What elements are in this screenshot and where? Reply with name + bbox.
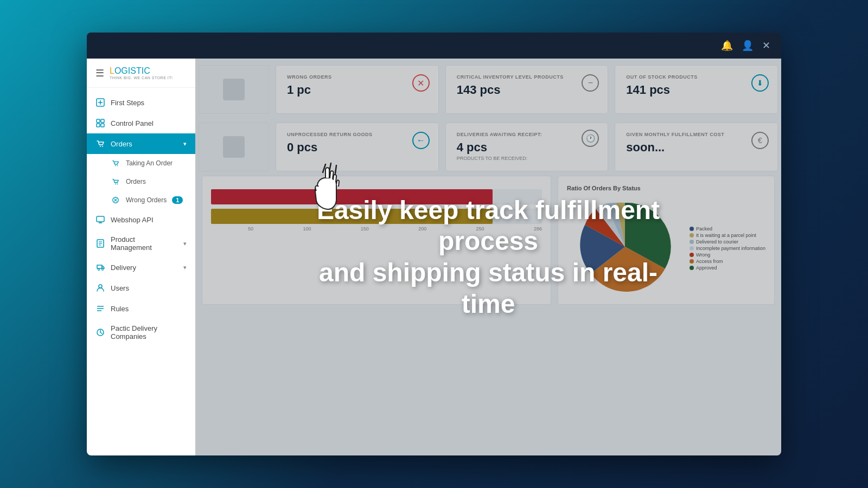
product-management-label: Product Management [111, 235, 178, 252]
webshop-api-icon [95, 215, 105, 224]
sidebar-item-delivery[interactable]: Delivery ▾ [87, 257, 195, 278]
product-management-arrow: ▾ [183, 240, 187, 247]
taking-an-order-label: Taking An Order [126, 159, 173, 167]
delivery-label: Delivery [111, 264, 178, 272]
svg-point-7 [115, 165, 116, 166]
svg-point-9 [115, 184, 116, 185]
control-panel-icon [95, 118, 105, 128]
pie-wrapper: Packed It is waiting at a parcel point D… [567, 198, 765, 296]
stats-row-2: UNPROCESSED RETURN GOODS 0 pcs ← DELIVER… [195, 116, 781, 178]
bar-fill-2 [211, 209, 493, 224]
legend-item-parcel: It is waiting at a parcel point [690, 233, 765, 238]
sidebar-item-webshop-api[interactable]: Webshop API [87, 209, 195, 230]
sidebar: ☰ LOGISTIC THINK BIG. WE CAN STORE IT! F… [87, 59, 195, 455]
rules-icon [95, 304, 105, 313]
bar-fill-1 [211, 189, 493, 204]
users-icon [95, 283, 105, 293]
stat-card-wrong-orders: WRONG ORDERS 1 pc ✕ [276, 65, 439, 114]
sidebar-item-first-steps[interactable]: First Steps [87, 92, 195, 113]
sidebar-header: ☰ LOGISTIC THINK BIG. WE CAN STORE IT! [87, 59, 195, 88]
wrong-orders-badge: 1 [172, 196, 183, 204]
first-steps-icon [95, 98, 105, 107]
pie-chart-container: Ratio Of Orders By Status [558, 176, 775, 305]
bar-row-1 [211, 189, 542, 204]
delivery-icon [95, 262, 105, 272]
legend-item-incomplete: Incomplete payment information [690, 246, 765, 251]
close-icon[interactable]: ✕ [762, 40, 770, 52]
sidebar-item-wrong-orders[interactable]: Wrong Orders 1 [87, 191, 195, 209]
products-to-receive-label: PRODUCTS TO BE RECEIVED: [457, 156, 597, 161]
taking-order-icon [111, 158, 120, 168]
critical-inventory-title: CRITICAL INVENTORY LEVEL PRODUCTS [457, 74, 597, 80]
logo-ogistic: OGISTIC [114, 66, 150, 75]
svg-rect-14 [97, 216, 104, 222]
bar-chart [211, 189, 542, 224]
bell-icon[interactable]: 🔔 [721, 40, 733, 52]
svg-rect-3 [97, 124, 100, 127]
sidebar-item-users[interactable]: Users [87, 278, 195, 298]
orders-arrow: ▾ [183, 140, 187, 147]
deliveries-awaiting-value: 4 pcs [457, 140, 597, 155]
stat-card-critical-inventory: CRITICAL INVENTORY LEVEL PRODUCTS 143 pc… [445, 65, 609, 114]
product-management-icon [95, 239, 105, 248]
axis-label-50: 50 [248, 226, 253, 232]
orders-label: Orders [111, 140, 178, 148]
users-label: Users [111, 284, 187, 292]
svg-point-23 [99, 285, 102, 288]
unprocessed-return-title: UNPROCESSED RETURN GOODS [287, 132, 427, 137]
axis-label-150: 150 [361, 226, 369, 232]
axis-label-250: 250 [476, 226, 484, 232]
svg-point-8 [117, 165, 118, 166]
svg-point-6 [102, 146, 103, 147]
pie-legend: Packed It is waiting at a parcel point D… [690, 226, 765, 272]
delivery-arrow: ▾ [183, 264, 187, 271]
legend-item-wrong: Wrong [690, 252, 765, 258]
stat-card-out-of-stock: OUT OF STOCK PRODUCTS 141 pcs ⬇ [615, 65, 778, 114]
legend-label-parcel: It is waiting at a parcel point [696, 233, 756, 238]
stat-card-placeholder [199, 65, 269, 114]
wrong-orders-value: 1 pc [287, 83, 427, 97]
sidebar-item-control-panel[interactable]: Control Panel [87, 113, 195, 133]
pie-chart-title: Ratio Of Orders By Status [567, 185, 765, 191]
sidebar-item-product-management[interactable]: Product Management ▾ [87, 230, 195, 257]
hamburger-icon[interactable]: ☰ [95, 67, 104, 79]
logo: LOGISTIC [110, 66, 173, 76]
webshop-api-label: Webshop API [111, 216, 187, 224]
axis-label-200: 200 [418, 226, 426, 232]
sidebar-item-taking-an-order[interactable]: Taking An Order [87, 154, 195, 172]
sidebar-item-orders[interactable]: Orders ▾ [87, 133, 195, 154]
user-icon[interactable]: 👤 [742, 40, 754, 52]
app-window: 🔔 👤 ✕ ☰ LOGISTIC THINK BIG. WE CAN STORE… [87, 33, 781, 455]
stat-card-deliveries-awaiting: DELIVERIES AWAITING RECEIPT: 4 pcs PRODU… [445, 123, 609, 171]
legend-item-delivered: Delivered to courier [690, 239, 765, 245]
stat-card-unprocessed-return: UNPROCESSED RETURN GOODS 0 pcs ← [276, 123, 439, 171]
bar-row-2 [211, 209, 542, 224]
stats-row-1: WRONG ORDERS 1 pc ✕ CRITICAL INVENTORY L… [195, 59, 781, 120]
content-area: WRONG ORDERS 1 pc ✕ CRITICAL INVENTORY L… [195, 59, 781, 455]
control-panel-label: Control Panel [111, 119, 187, 127]
bar-chart-container: 50 100 150 200 250 286 [202, 176, 551, 305]
legend-label-incomplete: Incomplete payment information [696, 246, 765, 251]
orders-icon [95, 139, 105, 149]
legend-label-wrong: Wrong [696, 252, 710, 258]
rules-label: Rules [111, 305, 187, 313]
sidebar-item-pactic-delivery[interactable]: Pactic Delivery Companies [87, 319, 195, 346]
unprocessed-return-value: 0 pcs [287, 140, 427, 155]
sidebar-item-rules[interactable]: Rules [87, 298, 195, 319]
svg-rect-1 [97, 119, 100, 123]
wrong-orders-title: WRONG ORDERS [287, 74, 427, 80]
stat-card-placeholder2 [199, 123, 269, 171]
stat-card-monthly-fulfillment: GIVEN MONTHLY FULFILLMENT COST soon... € [615, 123, 778, 171]
out-of-stock-stat-icon: ⬇ [751, 74, 769, 92]
svg-point-21 [98, 269, 100, 271]
wrong-orders-icon [111, 195, 120, 205]
pactic-delivery-label: Pactic Delivery Companies [111, 324, 187, 341]
pie-chart-svg [576, 198, 674, 296]
logo-l: L [110, 66, 114, 75]
deliveries-awaiting-title: DELIVERIES AWAITING RECEIPT: [457, 132, 597, 137]
sidebar-item-orders-sub[interactable]: Orders [87, 172, 195, 191]
critical-inventory-value: 143 pcs [457, 83, 597, 97]
svg-rect-2 [101, 119, 104, 123]
legend-label-approved: Approved [696, 265, 717, 271]
legend-item-packed: Packed [690, 226, 765, 232]
